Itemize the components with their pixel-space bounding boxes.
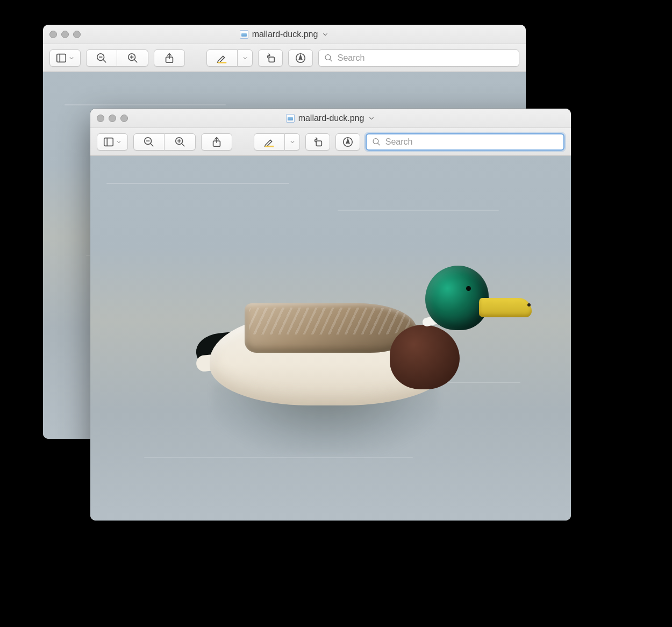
toolbar xyxy=(90,128,571,156)
traffic-lights xyxy=(49,31,81,38)
chevron-down-icon xyxy=(68,55,75,61)
sidebar-icon xyxy=(103,136,115,148)
rotate-left-icon xyxy=(264,52,276,64)
zoom-out-icon xyxy=(143,136,155,148)
chevron-down-icon xyxy=(289,139,296,145)
zoom-in-button[interactable] xyxy=(117,49,148,67)
chevron-down-icon[interactable] xyxy=(321,31,329,38)
pen-circle-icon xyxy=(342,136,354,148)
window-title-text: mallard-duck.png xyxy=(298,113,364,123)
zoom-group xyxy=(133,133,196,151)
svg-line-22 xyxy=(181,143,184,146)
zoom-in-icon xyxy=(174,136,186,148)
sidebar-button[interactable] xyxy=(49,49,81,67)
window-title[interactable]: mallard-duck.png xyxy=(49,30,519,39)
search-icon xyxy=(324,53,333,63)
search-icon xyxy=(372,137,381,147)
svg-point-30 xyxy=(373,138,378,144)
svg-line-3 xyxy=(103,59,106,62)
share-icon xyxy=(211,136,223,148)
file-image-icon xyxy=(240,30,248,39)
svg-rect-12 xyxy=(269,57,274,62)
highlighter-icon xyxy=(216,52,228,64)
search-field[interactable] xyxy=(318,49,519,67)
svg-point-14 xyxy=(325,54,331,60)
traffic-lights xyxy=(97,115,128,122)
markup-button[interactable] xyxy=(206,49,238,67)
annotate-button[interactable] xyxy=(335,133,360,151)
chevron-down-icon[interactable] xyxy=(368,115,375,122)
svg-rect-0 xyxy=(57,54,66,62)
close-icon[interactable] xyxy=(49,31,57,38)
highlighter-icon xyxy=(263,136,275,148)
zoom-in-button[interactable] xyxy=(165,133,196,151)
pen-circle-icon xyxy=(295,52,306,64)
svg-rect-28 xyxy=(316,141,321,146)
rotate-button[interactable] xyxy=(305,133,330,151)
rotate-left-icon xyxy=(312,136,324,148)
svg-line-6 xyxy=(134,59,137,62)
minimize-icon[interactable] xyxy=(109,115,116,122)
search-input[interactable] xyxy=(338,53,513,63)
close-icon[interactable] xyxy=(97,115,104,122)
rotate-button[interactable] xyxy=(258,49,283,67)
markup-group xyxy=(254,133,300,151)
markup-dropdown-button[interactable] xyxy=(285,133,300,151)
svg-line-31 xyxy=(377,143,380,145)
share-icon xyxy=(163,52,175,64)
minimize-icon[interactable] xyxy=(61,31,69,38)
preview-window-front: mallard-duck.png xyxy=(90,109,571,521)
share-button[interactable] xyxy=(201,133,232,151)
zoom-out-button[interactable] xyxy=(86,49,117,67)
markup-dropdown-button[interactable] xyxy=(238,49,253,67)
annotate-button[interactable] xyxy=(288,49,313,67)
zoom-window-icon[interactable] xyxy=(120,115,128,122)
markup-group xyxy=(206,49,253,67)
svg-line-15 xyxy=(330,59,332,61)
image-viewport[interactable] xyxy=(90,156,571,521)
window-title[interactable]: mallard-duck.png xyxy=(97,113,564,123)
svg-rect-16 xyxy=(104,138,113,146)
zoom-group xyxy=(86,49,148,67)
svg-line-19 xyxy=(151,143,154,146)
titlebar[interactable]: mallard-duck.png xyxy=(90,109,571,128)
sidebar-icon xyxy=(55,52,67,64)
search-field[interactable] xyxy=(366,133,564,151)
toolbar xyxy=(43,44,526,72)
chevron-down-icon xyxy=(116,139,122,145)
zoom-window-icon[interactable] xyxy=(73,31,81,38)
markup-button[interactable] xyxy=(254,133,285,151)
zoom-out-icon xyxy=(96,52,108,64)
zoom-in-icon xyxy=(127,52,139,64)
zoom-out-button[interactable] xyxy=(133,133,165,151)
window-title-text: mallard-duck.png xyxy=(252,30,318,39)
titlebar[interactable]: mallard-duck.png xyxy=(43,25,526,44)
chevron-down-icon xyxy=(242,55,248,61)
share-button[interactable] xyxy=(154,49,185,67)
mallard-duck-image xyxy=(159,223,503,454)
file-image-icon xyxy=(286,114,295,123)
search-input[interactable] xyxy=(385,137,558,147)
sidebar-button[interactable] xyxy=(97,133,128,151)
